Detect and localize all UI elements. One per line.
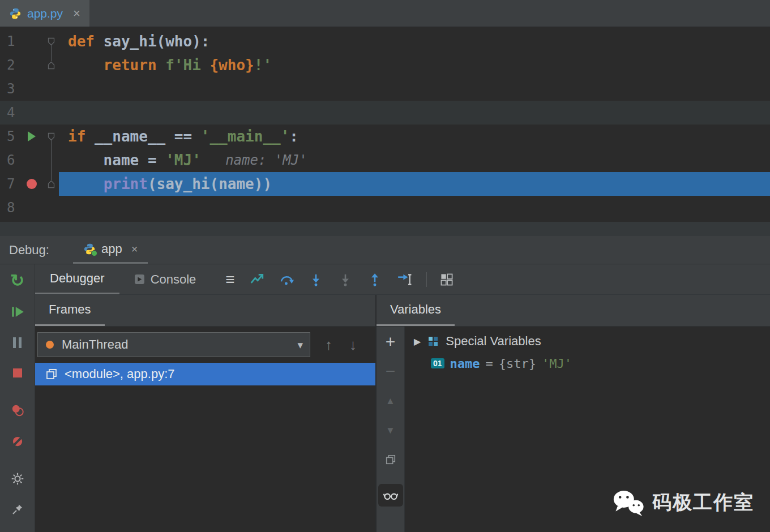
special-variables-label: Special Variables (446, 334, 541, 349)
fold-guide (43, 148, 59, 172)
evaluate-layout-grid-icon[interactable] (438, 271, 455, 288)
step-out-icon[interactable] (366, 271, 383, 288)
variable-type: {str} (499, 357, 536, 371)
line-number: 6 (0, 148, 20, 172)
wechat-logo-icon (611, 489, 644, 516)
thread-selector[interactable]: MainThread ▾ (37, 332, 310, 357)
token: print (104, 175, 148, 192)
editor-tab-bar: app.py × (0, 0, 770, 27)
token: (say_hi(name)) (148, 175, 272, 192)
line-number: 3 (0, 77, 20, 101)
gutter-slot (20, 29, 43, 53)
token (68, 175, 104, 192)
frames-content: MainThread ▾ ↑ ↓ <module>, app.py: (35, 327, 375, 532)
layout-settings-icon[interactable]: ≡ (225, 264, 234, 294)
line-number: 8 (0, 196, 20, 220)
close-icon[interactable]: × (73, 7, 80, 20)
mute-breakpoints-icon[interactable] (9, 434, 26, 449)
code-line: 5 if __name__ == '__main__': (0, 125, 770, 148)
code-line-execution: 7 print(say_hi(name)) (0, 172, 770, 196)
tab-label: app.py (27, 7, 63, 20)
thread-status-icon (46, 341, 54, 349)
code-line: 3 (0, 77, 770, 101)
frame-list-item-selected[interactable]: <module>, app.py:7 (35, 363, 375, 385)
editor-debug-splitter[interactable] (0, 222, 770, 236)
variables-title[interactable]: Variables (377, 295, 455, 326)
code-text: return f'Hi {who}!' (59, 53, 770, 77)
special-variables-icon (427, 336, 439, 347)
chevron-down-icon: ▾ (297, 338, 303, 351)
console-icon (134, 274, 145, 285)
frame-up-icon[interactable]: ↑ (325, 336, 332, 354)
token: {who} (209, 57, 254, 74)
code-text-execution-line: print(say_hi(name)) (59, 172, 770, 196)
fold-end-icon[interactable] (43, 172, 59, 196)
pause-icon[interactable] (9, 334, 26, 350)
frames-header: Frames (35, 295, 375, 327)
watermark-text: 码极工作室 (652, 490, 754, 516)
move-down-icon[interactable]: ▼ (383, 423, 398, 437)
line-number: 1 (0, 29, 20, 53)
primitive-type-icon: 01 (431, 358, 444, 368)
code-text: name = 'MJ' name: 'MJ' (59, 148, 770, 172)
add-watch-icon[interactable]: + (383, 334, 398, 349)
run-gutter-icon[interactable] (20, 125, 43, 148)
code-line: 6 name = 'MJ' name: 'MJ' (0, 148, 770, 172)
token: 'MJ' (165, 152, 201, 169)
debug-header: Debug: app × (0, 236, 770, 264)
variable-eq: = (486, 357, 493, 371)
python-icon (9, 7, 22, 20)
step-into-icon[interactable] (307, 271, 324, 288)
watermark: 码极工作室 (611, 489, 754, 516)
frame-down-icon[interactable]: ↓ (349, 336, 357, 354)
duplicate-icon[interactable] (383, 452, 398, 467)
remove-watch-icon[interactable]: − (383, 364, 398, 379)
inline-hint: name: 'MJ' (201, 152, 307, 168)
code-line: 2 return f'Hi {who}!' (0, 53, 770, 77)
variables-toolbar: + − ▲ ▼ (377, 327, 405, 532)
thread-name: MainThread (62, 337, 297, 352)
tab-app-py[interactable]: app.py × (0, 0, 89, 27)
code-line-caret: 4 (0, 101, 770, 125)
tab-debugger[interactable]: Debugger (35, 264, 119, 294)
close-icon[interactable]: × (131, 243, 138, 256)
special-variables-row[interactable]: ▶ Special Variables (405, 330, 770, 353)
show-execution-point-icon[interactable] (249, 271, 266, 288)
stack-frame-icon (45, 368, 58, 380)
variable-row-name[interactable]: 01 name = {str} 'MJ' (405, 353, 770, 374)
step-over-icon[interactable] (278, 271, 295, 288)
settings-gear-icon[interactable] (9, 471, 26, 487)
pycharm-window: app.py × 1 def say_hi(who): 2 return f'H… (0, 0, 770, 532)
frames-title[interactable]: Frames (35, 295, 105, 326)
run-to-cursor-icon[interactable] (396, 271, 413, 288)
token: '__main__' (201, 128, 290, 145)
expand-icon[interactable]: ▶ (414, 336, 421, 347)
view-breakpoints-icon[interactable] (9, 402, 26, 418)
step-into-my-code-icon[interactable] (337, 271, 354, 288)
tab-console-label: Console (151, 272, 196, 287)
debug-session-tab[interactable]: app × (73, 236, 148, 264)
fold-start-icon[interactable] (43, 125, 59, 148)
pin-icon[interactable] (9, 501, 26, 517)
variable-name: name (450, 357, 480, 371)
show-watches-icon[interactable] (378, 484, 403, 507)
token: __name__ == (95, 128, 201, 145)
stop-icon[interactable] (9, 365, 26, 381)
fold-start-icon[interactable] (43, 29, 59, 53)
breakpoint-icon[interactable] (20, 172, 43, 196)
line-number: 7 (0, 172, 20, 196)
frames-panel: Frames MainThread ▾ ↑ ↓ (35, 295, 377, 532)
rerun-icon[interactable]: ↻ (9, 272, 26, 289)
fold-end-icon[interactable] (43, 53, 59, 77)
move-up-icon[interactable]: ▲ (383, 393, 398, 408)
token: name = (68, 152, 165, 169)
token: f'Hi (165, 57, 209, 74)
code-editor[interactable]: 1 def say_hi(who): 2 return f'Hi {who}!'… (0, 27, 770, 222)
tab-debugger-label: Debugger (50, 271, 105, 286)
thread-selector-row: MainThread ▾ ↑ ↓ (37, 332, 375, 357)
frame-label: <module>, app.py:7 (65, 367, 174, 381)
resume-icon[interactable] (9, 304, 26, 320)
token: say_hi(who): (104, 33, 210, 50)
tab-console[interactable]: Console (119, 264, 211, 294)
debug-left-toolbar: ↻ (0, 264, 35, 532)
